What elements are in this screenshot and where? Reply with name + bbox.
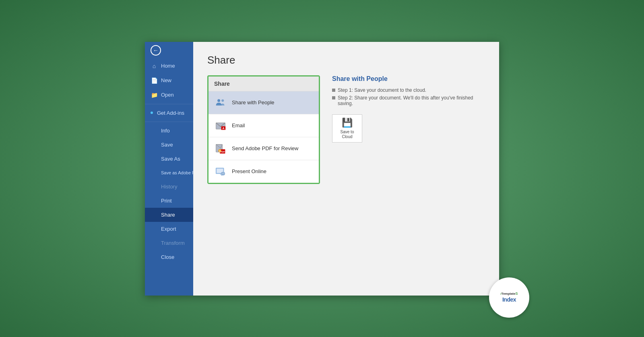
main-content: Share Share Share w <box>193 42 499 296</box>
share-option-email[interactable]: A Email <box>208 114 319 137</box>
sidebar-item-save[interactable]: Save <box>145 138 193 152</box>
sidebar-item-print[interactable]: Print <box>145 194 193 208</box>
right-panel: Share with People Step 1: Save your docu… <box>332 75 485 184</box>
step2-bullet <box>332 96 335 99</box>
save-cloud-icon: 💾 <box>342 118 353 128</box>
sidebar-item-share[interactable]: Share <box>145 208 193 222</box>
sidebar: ← ⌂ Home 📄 New 📁 Open Get Add-ins Info S… <box>145 42 193 296</box>
present-online-icon <box>214 165 227 178</box>
share-layout: Share Share with People <box>207 75 485 184</box>
watermark-text: iTemplateS Index <box>498 289 520 306</box>
step-1: Step 1: Save your document to the cloud. <box>332 87 485 93</box>
sidebar-item-home[interactable]: ⌂ Home <box>145 59 193 73</box>
share-option-adobe[interactable]: PDF ★ Send Adobe PDF for Review <box>208 137 319 160</box>
bullet-icon <box>151 112 153 114</box>
watermark-logo: iTemplateS Index <box>489 277 529 318</box>
share-panel-header: Share <box>208 76 319 91</box>
svg-point-0 <box>217 99 220 102</box>
back-button[interactable]: ← <box>145 42 193 59</box>
sidebar-item-save-as[interactable]: Save As <box>145 152 193 166</box>
open-icon: 📁 <box>151 92 158 98</box>
present-online-label: Present Online <box>232 168 266 174</box>
right-panel-title: Share with People <box>332 75 485 83</box>
sidebar-item-addins[interactable]: Get Add-ins <box>145 106 193 120</box>
sidebar-item-info[interactable]: Info <box>145 124 193 138</box>
step-2: Step 2: Share your document. We'll do th… <box>332 95 485 106</box>
sidebar-item-export[interactable]: Export <box>145 222 193 236</box>
share-option-people[interactable]: Share with People <box>208 91 319 114</box>
step-list: Step 1: Save your document to the cloud.… <box>332 87 485 106</box>
word-window: ← ⌂ Home 📄 New 📁 Open Get Add-ins Info S… <box>145 42 499 296</box>
share-with-people-label: Share with People <box>232 99 275 105</box>
step1-bullet <box>332 89 335 92</box>
svg-point-1 <box>221 99 224 101</box>
page-title: Share <box>207 54 485 66</box>
back-icon: ← <box>151 45 161 56</box>
email-label: Email <box>232 122 245 128</box>
sidebar-item-transform: Transform <box>145 236 193 250</box>
home-icon: ⌂ <box>151 63 158 69</box>
sidebar-item-history: History <box>145 180 193 194</box>
save-to-cloud-button[interactable]: 💾 Save toCloud <box>332 114 362 143</box>
svg-text:A: A <box>222 126 224 129</box>
share-option-present[interactable]: Present Online <box>208 160 319 183</box>
divider-1 <box>145 104 193 104</box>
save-cloud-label: Save toCloud <box>341 130 354 139</box>
people-icon <box>214 96 227 109</box>
sidebar-item-close[interactable]: Close <box>145 250 193 264</box>
adobe-pdf-label: Send Adobe PDF for Review <box>232 145 298 151</box>
adobe-pdf-icon: PDF ★ <box>214 142 227 155</box>
sidebar-item-new[interactable]: 📄 New <box>145 73 193 88</box>
divider-2 <box>145 122 193 122</box>
sidebar-item-save-adobe[interactable]: Save as Adobe PDF <box>145 166 193 180</box>
email-icon: A <box>214 119 227 132</box>
share-panel: Share Share with People <box>207 75 320 184</box>
new-doc-icon: 📄 <box>151 77 158 84</box>
sidebar-item-open[interactable]: 📁 Open <box>145 88 193 102</box>
